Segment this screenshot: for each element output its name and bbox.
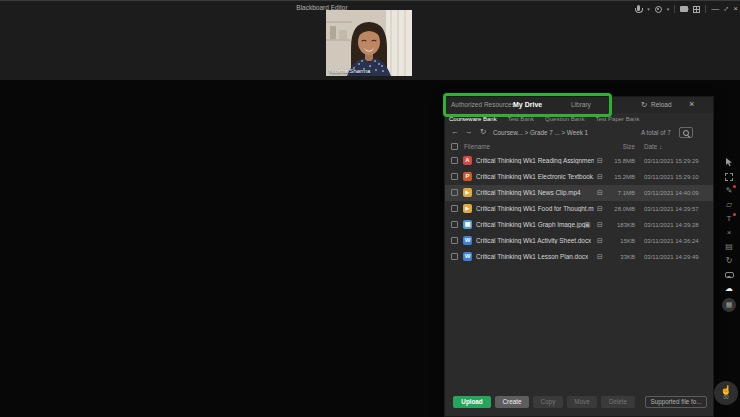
text-color-dot <box>733 213 736 216</box>
image-preview-icon[interactable]: ▣ <box>584 221 591 228</box>
subtab-test-bank[interactable]: Test Bank <box>508 116 534 122</box>
insert-to-board-icon[interactable]: ⊟ <box>597 253 603 260</box>
select-all-checkbox[interactable] <box>451 143 458 150</box>
file-date: 03/11/2021 14:39:28 <box>644 222 699 228</box>
participant-video-tile[interactable]: Niusha Sharma <box>326 10 412 76</box>
file-row[interactable]: A Critical Thinking Wk1 Reading Assignme… <box>445 153 713 169</box>
breadcrumb[interactable]: Coursew... > Grade 7 ... > Week 1 <box>493 129 588 136</box>
file-name[interactable]: Critical Thinking Wk1 Activity Sheet.doc… <box>476 237 591 244</box>
camera-dropdown-caret-icon[interactable]: ▾ <box>667 7 670 12</box>
search-button[interactable] <box>679 127 693 138</box>
file-size: 15.2MB <box>603 174 635 180</box>
supported-file-formats-button[interactable]: Supported file fo... <box>645 396 707 408</box>
raise-hand-button[interactable]: ☝ 00 <box>714 381 738 405</box>
filename-column-header[interactable]: Filename <box>464 143 490 150</box>
refresh-icon[interactable]: ↻ <box>480 128 486 136</box>
tab-my-drive[interactable]: My Drive <box>513 101 542 108</box>
file-list: A Critical Thinking Wk1 Reading Assignme… <box>445 153 713 265</box>
mp4-file-icon: ▶ <box>463 188 472 197</box>
insert-to-board-icon[interactable]: ⊟ <box>597 237 603 244</box>
insert-to-board-icon[interactable]: ⊟ <box>597 221 603 228</box>
file-name[interactable]: Critical Thinking Wk1 Food for Thought.m… <box>476 205 594 212</box>
camera-device-icon[interactable] <box>655 6 662 13</box>
back-icon[interactable]: ← <box>451 128 459 136</box>
pptx-file-icon: P <box>463 172 472 181</box>
text-tool-icon[interactable]: T <box>723 214 735 223</box>
size-column-header[interactable]: Size <box>605 143 635 150</box>
tab-authorized-resources[interactable]: Authorized Resources <box>451 101 515 108</box>
sort-descending-icon[interactable]: ↓ <box>659 143 662 150</box>
file-name[interactable]: Critical Thinking Wk1 Electronic Textboo… <box>476 173 594 180</box>
titlebar-controls: ▾ ▾ — ↕ × <box>635 3 738 15</box>
file-table-header: Filename Size Date ↓ <box>445 142 713 153</box>
docx-file-icon: W <box>463 252 472 261</box>
insert-to-board-icon[interactable]: ⊟ <box>597 205 603 212</box>
subtab-courseware-bank[interactable]: Courseware Bank <box>449 116 497 122</box>
chat-tool-icon[interactable] <box>723 270 735 279</box>
file-row[interactable]: P Critical Thinking Wk1 Electronic Textb… <box>445 169 713 185</box>
file-row[interactable]: ▦ Critical Thinking Wk1 Graph Image.jpg … <box>445 217 713 233</box>
file-row[interactable]: W Critical Thinking Wk1 Activity Sheet.d… <box>445 233 713 249</box>
mp4-file-icon: ▶ <box>463 204 472 213</box>
cloud-drive-tool-icon[interactable]: ☁ <box>723 284 735 293</box>
eraser-tool-icon[interactable]: ▱ <box>723 200 735 209</box>
insert-to-board-icon[interactable]: ⊟ <box>597 173 603 180</box>
sync-tool-icon[interactable]: ↻ <box>723 256 735 265</box>
layout-grid-icon[interactable] <box>693 6 700 13</box>
row-checkbox[interactable] <box>451 221 458 228</box>
row-checkbox[interactable] <box>451 237 458 244</box>
toolbox-button[interactable]: ▦ <box>722 298 736 312</box>
create-button[interactable]: Create <box>495 396 529 408</box>
screen-capture-tool-icon[interactable] <box>723 172 735 181</box>
panel-close-button[interactable]: × <box>689 99 694 109</box>
move-button[interactable]: Move <box>567 396 597 408</box>
insert-to-board-icon[interactable]: ⊟ <box>597 189 603 196</box>
file-name[interactable]: Critical Thinking Wk1 Reading Assignment… <box>476 157 594 164</box>
file-size: 28.0MB <box>603 206 635 212</box>
file-name[interactable]: Critical Thinking Wk1 Graph Image.jpg <box>476 221 585 228</box>
copy-button[interactable]: Copy <box>533 396 563 408</box>
clear-tool-icon[interactable]: × <box>723 228 735 237</box>
select-tool-icon[interactable] <box>723 158 735 167</box>
row-checkbox[interactable] <box>451 157 458 164</box>
subtab-question-bank[interactable]: Question Bank <box>545 116 584 122</box>
minimize-button[interactable]: — <box>711 5 719 13</box>
restore-window-button[interactable]: ↕ <box>722 5 730 13</box>
participant-photo <box>326 10 412 76</box>
board-tool-icon[interactable]: ▤ <box>723 242 735 251</box>
delete-button[interactable]: Delete <box>601 396 635 408</box>
whiteboard-toolbar: ✎ ▱ T × ▤ ↻ ☁ ▦ <box>718 158 740 312</box>
row-checkbox[interactable] <box>451 173 458 180</box>
pen-glyph: ✎ <box>726 187 733 195</box>
file-size: 15.8MB <box>603 158 635 164</box>
microphone-icon[interactable] <box>637 5 640 11</box>
text-glyph: T <box>727 215 732 223</box>
close-window-button[interactable]: × <box>733 5 738 13</box>
forward-icon[interactable]: → <box>465 128 473 136</box>
chat-bubble-icon <box>725 272 734 278</box>
file-name[interactable]: Critical Thinking Wk1 Lesson Plan.docx <box>476 253 588 260</box>
subtab-test-paper-bank[interactable]: Test Paper Bank <box>595 116 639 122</box>
pen-tool-icon[interactable]: ✎ <box>723 186 735 195</box>
row-checkbox[interactable] <box>451 189 458 196</box>
file-name[interactable]: Critical Thinking Wk1 News Clip.mp4 <box>476 189 581 196</box>
file-row[interactable]: ▶ Critical Thinking Wk1 Food for Thought… <box>445 201 713 217</box>
reload-button[interactable]: Reload <box>651 101 672 108</box>
row-checkbox[interactable] <box>451 205 458 212</box>
drive-tab-bar: Authorized Resources My Drive Library ↻ … <box>445 97 713 113</box>
file-date: 03/11/2021 14:36:24 <box>644 238 699 244</box>
raise-hand-count: 00 <box>723 396 728 401</box>
date-column-header[interactable]: Date ↓ <box>644 143 662 150</box>
drive-sub-tabs: Courseware Bank Test Bank Question Bank … <box>449 113 639 125</box>
file-date: 03/11/2021 14:29:49 <box>644 254 699 260</box>
microphone-dropdown-caret-icon[interactable]: ▾ <box>647 7 650 12</box>
upload-button[interactable]: Upload <box>453 396 491 408</box>
tab-library[interactable]: Library <box>571 101 591 108</box>
row-checkbox[interactable] <box>451 253 458 260</box>
file-row[interactable]: ▶ Critical Thinking Wk1 News Clip.mp4 ⊟ … <box>445 185 713 201</box>
insert-to-board-icon[interactable]: ⊟ <box>597 157 603 164</box>
file-row[interactable]: W Critical Thinking Wk1 Lesson Plan.docx… <box>445 249 713 265</box>
reload-icon[interactable]: ↻ <box>641 101 647 109</box>
video-call-icon[interactable] <box>680 6 688 12</box>
divider <box>674 5 675 13</box>
